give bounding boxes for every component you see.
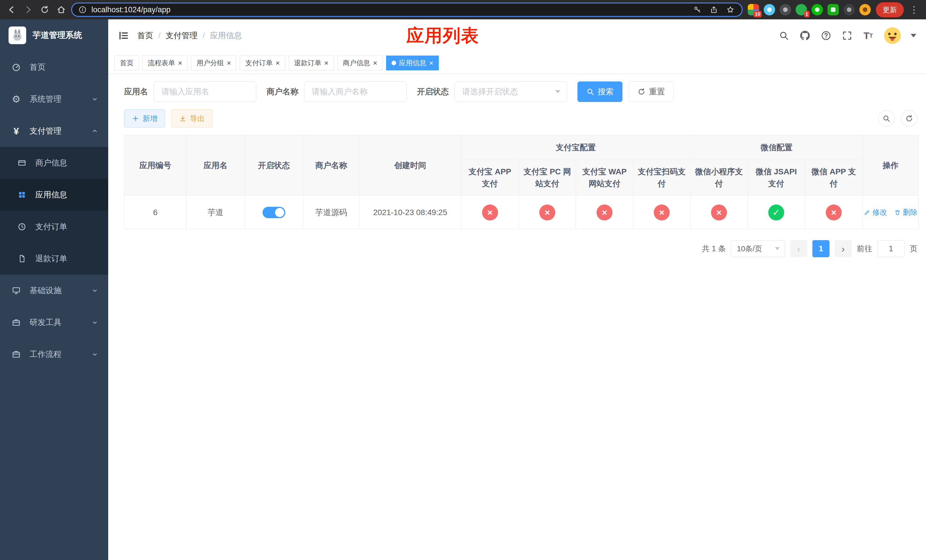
sidebar-item-workflow[interactable]: 工作流程 bbox=[0, 338, 108, 370]
extension-pin-icon[interactable] bbox=[843, 4, 855, 15]
sidebar-item-label: 支付订单 bbox=[35, 221, 67, 232]
sidebar-item-refund-orders[interactable]: 退款订单 bbox=[0, 243, 108, 275]
card-icon bbox=[16, 158, 28, 168]
app-table: 应用编号 应用名 开启状态 商户名称 创建时间 支付宝配置 微信配置 操作 支付… bbox=[124, 135, 918, 229]
add-button[interactable]: 新增 bbox=[124, 109, 165, 128]
page-content: 应用名 商户名称 开启状态 bbox=[108, 74, 926, 560]
breadcrumb-home[interactable]: 首页 bbox=[137, 30, 153, 41]
tab-home[interactable]: 首页 bbox=[115, 56, 139, 70]
tab-pay-orders[interactable]: 支付订单 × bbox=[240, 56, 285, 70]
forward-icon[interactable] bbox=[22, 3, 35, 16]
status-select[interactable] bbox=[454, 82, 567, 102]
toolbox-icon bbox=[10, 318, 22, 327]
tab-user-group[interactable]: 用户分组 × bbox=[191, 56, 236, 70]
search-button[interactable]: 搜索 bbox=[578, 82, 622, 102]
share-icon[interactable] bbox=[709, 5, 719, 15]
tab-close-icon[interactable]: × bbox=[324, 59, 328, 67]
alipay-app-status-icon: × bbox=[482, 204, 498, 221]
font-size-icon[interactable]: TT bbox=[862, 30, 874, 42]
merchant-name-input[interactable] bbox=[304, 82, 407, 102]
status-toggle[interactable] bbox=[263, 207, 285, 218]
back-icon[interactable] bbox=[5, 3, 18, 16]
sidebar-item-infrastructure[interactable]: 基础设施 bbox=[0, 275, 108, 306]
search-icon[interactable] bbox=[778, 30, 790, 42]
sidebar-item-label: 基础设施 bbox=[30, 285, 62, 296]
sidebar-item-label: 系统管理 bbox=[30, 94, 62, 104]
col-header-actions: 操作 bbox=[863, 135, 918, 196]
export-button[interactable]: 导出 bbox=[171, 109, 212, 128]
extension-face-icon[interactable] bbox=[859, 4, 871, 15]
collapse-sidebar-icon[interactable] bbox=[118, 30, 129, 41]
refresh-table-button[interactable] bbox=[901, 110, 917, 127]
sidebar-menu: 首页 ⚙ 系统管理 ¥ 支付管理 bbox=[0, 51, 108, 370]
sidebar-item-dev-tools[interactable]: 研发工具 bbox=[0, 306, 108, 338]
refresh-icon[interactable] bbox=[38, 3, 51, 16]
site-info-icon[interactable] bbox=[78, 5, 87, 14]
github-icon[interactable] bbox=[799, 30, 811, 42]
address-bar[interactable]: localhost:1024/pay/app bbox=[71, 3, 743, 17]
breadcrumb-payment[interactable]: 支付管理 bbox=[166, 30, 198, 41]
page-size-select[interactable]: 10条/页 bbox=[731, 240, 785, 257]
page-unit-label: 页 bbox=[910, 244, 917, 254]
home-icon[interactable] bbox=[54, 3, 68, 16]
sidebar-item-payment[interactable]: ¥ 支付管理 bbox=[0, 115, 108, 147]
tab-app-info[interactable]: 应用信息 × bbox=[386, 56, 439, 70]
sidebar-item-home[interactable]: 首页 bbox=[0, 51, 108, 83]
group-header-alipay: 支付宝配置 bbox=[461, 135, 690, 160]
browser-menu-icon[interactable]: ⋮ bbox=[907, 4, 921, 15]
sidebar-item-pay-orders[interactable]: 支付订单 bbox=[0, 211, 108, 243]
sidebar-item-label: 研发工具 bbox=[30, 317, 62, 328]
sidebar-item-label: 工作流程 bbox=[30, 349, 62, 360]
extension-drop-icon[interactable] bbox=[764, 4, 775, 15]
toggle-search-button[interactable] bbox=[878, 110, 895, 127]
help-icon[interactable] bbox=[820, 30, 832, 42]
extension-wechat-icon[interactable] bbox=[811, 4, 823, 15]
app-name-input[interactable] bbox=[154, 82, 256, 102]
reset-button[interactable]: 重置 bbox=[629, 82, 674, 102]
sidebar-item-merchant-info[interactable]: 商户信息 bbox=[0, 147, 108, 179]
next-page-button[interactable]: › bbox=[835, 240, 852, 257]
extension-chat-icon[interactable] bbox=[828, 4, 839, 15]
order-icon bbox=[16, 222, 28, 231]
tab-close-icon[interactable]: × bbox=[429, 59, 433, 67]
tab-close-icon[interactable]: × bbox=[227, 59, 231, 67]
extension-green-icon[interactable]: 1 bbox=[796, 4, 807, 15]
extension-grid-icon[interactable]: 10 bbox=[748, 4, 759, 15]
total-count: 共 1 条 bbox=[702, 244, 726, 254]
url-text: localhost:1024/pay/app bbox=[91, 5, 171, 14]
status-select-input[interactable] bbox=[454, 82, 567, 102]
delete-button[interactable]: 删除 bbox=[894, 207, 918, 217]
payment-submenu: 商户信息 应用信息 支付订单 bbox=[0, 147, 108, 275]
tab-merchant-info[interactable]: 商户信息 × bbox=[337, 56, 383, 70]
tab-refund-orders[interactable]: 退款订单 × bbox=[289, 56, 334, 70]
page-1-button[interactable]: 1 bbox=[813, 240, 829, 257]
sidebar-item-label: 退款订单 bbox=[35, 253, 67, 264]
tab-close-icon[interactable]: × bbox=[275, 59, 280, 67]
user-avatar[interactable] bbox=[883, 26, 902, 45]
browser-update-button[interactable]: 更新 bbox=[876, 2, 904, 17]
tab-process-form[interactable]: 流程表单 × bbox=[142, 56, 188, 70]
alipay-pc-status-icon: × bbox=[539, 204, 555, 221]
goto-page-input[interactable] bbox=[877, 240, 905, 257]
password-key-icon[interactable] bbox=[692, 5, 702, 15]
col-header-wx-mini: 微信小程序支付 bbox=[690, 160, 748, 196]
sidebar-item-system[interactable]: ⚙ 系统管理 bbox=[0, 83, 108, 115]
extension-dark-icon[interactable] bbox=[780, 4, 791, 15]
fullscreen-icon[interactable] bbox=[841, 30, 853, 42]
tab-label: 首页 bbox=[120, 58, 133, 68]
app-logo[interactable]: 芋道管理系统 bbox=[0, 20, 108, 51]
prev-page-button[interactable]: ‹ bbox=[790, 240, 807, 257]
bookmark-star-icon[interactable] bbox=[725, 5, 735, 15]
breadcrumb-separator: / bbox=[203, 31, 205, 40]
document-icon bbox=[16, 254, 28, 263]
tab-close-icon[interactable]: × bbox=[178, 59, 182, 67]
chevron-up-icon bbox=[92, 128, 98, 134]
goto-label: 前往 bbox=[857, 244, 872, 254]
avatar-caret-icon[interactable] bbox=[911, 34, 916, 37]
tab-close-icon[interactable]: × bbox=[373, 59, 377, 67]
sidebar-item-app-info[interactable]: 应用信息 bbox=[0, 179, 108, 211]
col-header-app-id: 应用编号 bbox=[124, 135, 186, 196]
col-header-merchant: 商户名称 bbox=[303, 135, 359, 196]
wx-app-status-icon: × bbox=[826, 204, 842, 221]
edit-button[interactable]: 修改 bbox=[864, 207, 887, 217]
